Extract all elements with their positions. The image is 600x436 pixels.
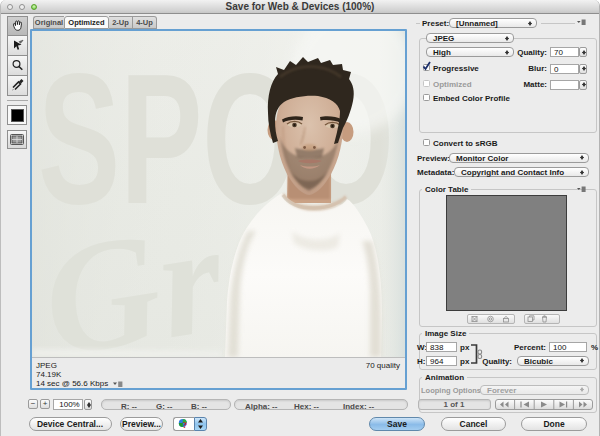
- svg-text:?: ?: [183, 420, 188, 430]
